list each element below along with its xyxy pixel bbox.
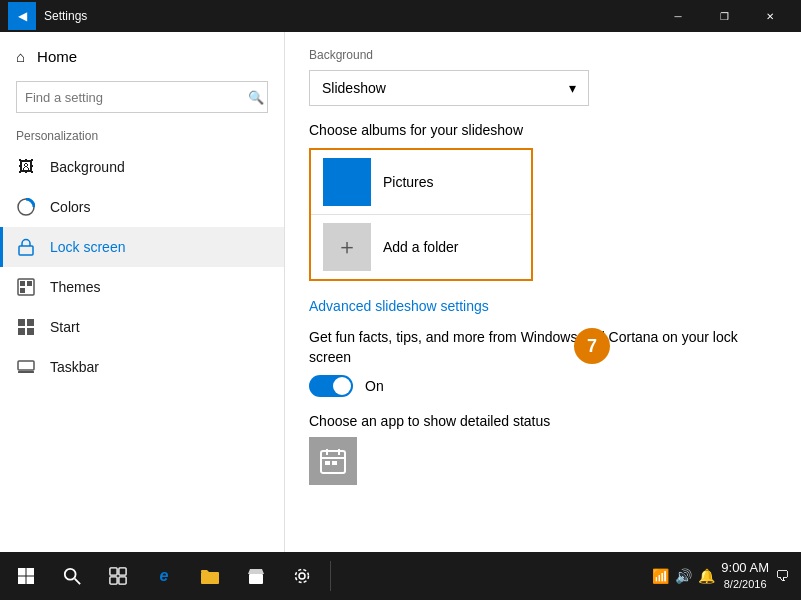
- sidebar-item-lockscreen-label: Lock screen: [50, 239, 125, 255]
- sidebar-item-start[interactable]: Start: [0, 307, 284, 347]
- store-button[interactable]: [234, 554, 278, 598]
- detailed-status-label: Choose an app to show detailed status: [309, 413, 777, 429]
- tray-icons: 📶 🔊 🔔: [652, 568, 715, 584]
- svg-rect-5: [20, 288, 25, 293]
- start-icon: [16, 317, 36, 337]
- calendar-icon: [319, 447, 347, 475]
- edge-button[interactable]: e: [142, 554, 186, 598]
- album-pictures[interactable]: Pictures: [311, 150, 531, 214]
- task-view-button[interactable]: [96, 554, 140, 598]
- explorer-button[interactable]: [188, 554, 232, 598]
- svg-point-30: [299, 573, 305, 579]
- network-icon[interactable]: 📶: [652, 568, 669, 584]
- window-controls: ─ ❐ ✕: [655, 0, 793, 32]
- sidebar-item-taskbar[interactable]: Taskbar: [0, 347, 284, 387]
- svg-rect-1: [19, 246, 33, 255]
- toggle-label: On: [365, 378, 384, 394]
- settings-button-taskbar[interactable]: [280, 554, 324, 598]
- svg-rect-7: [27, 319, 34, 326]
- taskbar: e 📶 🔊 🔔 9:00 AM 8/2/2016 🗨: [0, 552, 801, 600]
- explorer-icon: [200, 567, 220, 585]
- sidebar-item-background-label: Background: [50, 159, 125, 175]
- taskbar-icon: [16, 357, 36, 377]
- back-button[interactable]: ◀: [8, 2, 36, 30]
- maximize-button[interactable]: ❐: [701, 0, 747, 32]
- sidebar-item-themes-label: Themes: [50, 279, 101, 295]
- svg-rect-3: [20, 281, 25, 286]
- windows-icon: [17, 567, 35, 585]
- pictures-thumbnail: [323, 158, 371, 206]
- task-view-icon: [109, 567, 127, 585]
- sidebar-item-start-label: Start: [50, 319, 80, 335]
- svg-rect-18: [18, 568, 26, 576]
- start-button[interactable]: [4, 554, 48, 598]
- notification-icon[interactable]: 🔔: [698, 568, 715, 584]
- search-input[interactable]: [16, 81, 268, 113]
- clock-time: 9:00 AM: [721, 559, 769, 577]
- background-icon: 🖼: [16, 157, 36, 177]
- svg-rect-19: [27, 568, 35, 576]
- pictures-label: Pictures: [383, 174, 434, 190]
- close-button[interactable]: ✕: [747, 0, 793, 32]
- advanced-slideshow-link[interactable]: Advanced slideshow settings: [309, 298, 489, 314]
- svg-rect-21: [27, 577, 35, 585]
- svg-rect-10: [18, 361, 34, 370]
- plus-icon: ＋: [336, 232, 358, 262]
- sidebar-item-home[interactable]: ⌂ Home: [0, 40, 284, 73]
- choose-albums-label: Choose albums for your slideshow: [309, 122, 777, 138]
- app-body: ⌂ Home 🔍 Personalization 🖼 Background Co…: [0, 32, 801, 552]
- colors-icon: [16, 197, 36, 217]
- sidebar-item-lockscreen[interactable]: Lock screen: [0, 227, 284, 267]
- svg-rect-11: [18, 371, 34, 373]
- titlebar: ◀ Settings ─ ❐ ✕: [0, 0, 801, 32]
- album-add-folder[interactable]: ＋ Add a folder: [311, 214, 531, 279]
- search-button[interactable]: 🔍: [248, 90, 264, 105]
- svg-rect-4: [27, 281, 32, 286]
- svg-point-31: [296, 570, 309, 583]
- sidebar: ⌂ Home 🔍 Personalization 🖼 Background Co…: [0, 32, 285, 552]
- add-folder-label: Add a folder: [383, 239, 459, 255]
- sidebar-item-colors[interactable]: Colors: [0, 187, 284, 227]
- app-icon-box[interactable]: [309, 437, 357, 485]
- toggle-knob: [333, 377, 351, 395]
- svg-point-22: [65, 569, 76, 580]
- background-dropdown[interactable]: Slideshow ▾: [309, 70, 589, 106]
- toggle-row: On: [309, 375, 777, 397]
- svg-rect-6: [18, 319, 25, 326]
- minimize-button[interactable]: ─: [655, 0, 701, 32]
- svg-rect-16: [325, 461, 330, 465]
- svg-rect-24: [110, 568, 117, 575]
- titlebar-title: Settings: [44, 9, 655, 23]
- svg-rect-8: [18, 328, 25, 335]
- background-section-label: Background: [309, 48, 777, 62]
- back-icon: ◀: [18, 9, 27, 23]
- home-icon: ⌂: [16, 48, 25, 65]
- sidebar-item-colors-label: Colors: [50, 199, 90, 215]
- add-folder-thumbnail: ＋: [323, 223, 371, 271]
- svg-rect-25: [119, 568, 126, 575]
- svg-rect-17: [332, 461, 337, 465]
- search-button-taskbar[interactable]: [50, 554, 94, 598]
- sidebar-home-label: Home: [37, 48, 77, 65]
- step-badge: 7: [574, 328, 610, 364]
- search-taskbar-icon: [63, 567, 81, 585]
- volume-icon[interactable]: 🔊: [675, 568, 692, 584]
- settings-taskbar-icon: [293, 567, 311, 585]
- sidebar-search-container: 🔍: [16, 81, 268, 113]
- sidebar-section-label: Personalization: [0, 121, 284, 147]
- sidebar-item-themes[interactable]: Themes: [0, 267, 284, 307]
- main-content: Background Slideshow ▾ Choose albums for…: [285, 32, 801, 552]
- taskbar-right: 📶 🔊 🔔 9:00 AM 8/2/2016 🗨: [652, 559, 797, 593]
- themes-icon: [16, 277, 36, 297]
- svg-line-23: [75, 579, 80, 584]
- svg-rect-28: [201, 572, 219, 584]
- fun-facts-toggle[interactable]: [309, 375, 353, 397]
- clock[interactable]: 9:00 AM 8/2/2016: [721, 559, 769, 593]
- sidebar-item-taskbar-label: Taskbar: [50, 359, 99, 375]
- svg-rect-26: [110, 577, 117, 584]
- sidebar-item-background[interactable]: 🖼 Background: [0, 147, 284, 187]
- dropdown-arrow-icon: ▾: [569, 80, 576, 96]
- fun-facts-label: Get fun facts, tips, and more from Windo…: [309, 328, 777, 367]
- svg-rect-20: [18, 577, 26, 585]
- action-center-icon[interactable]: 🗨: [775, 568, 789, 584]
